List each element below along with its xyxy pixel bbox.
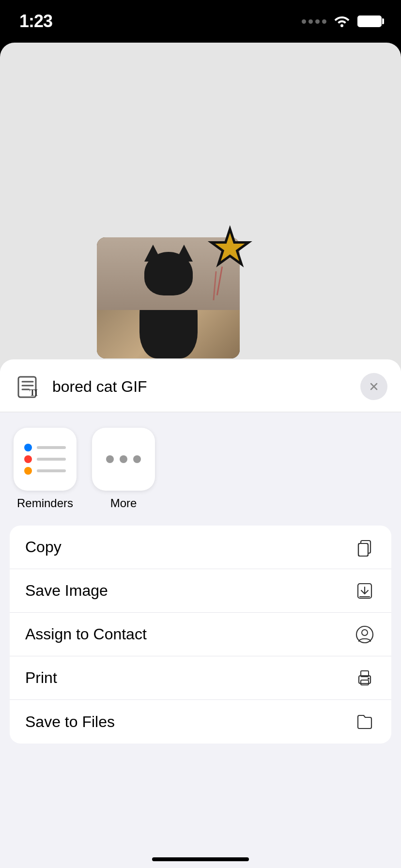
assign-contact-label: Assign to Contact (25, 625, 147, 643)
contact-icon (354, 623, 376, 646)
files-icon (354, 711, 376, 733)
save-image-label: Save Image (25, 582, 108, 600)
image-container: ★ (97, 223, 252, 358)
status-bar: 1:23 (0, 0, 401, 43)
battery-icon (357, 16, 382, 27)
print-icon (354, 667, 376, 689)
print-action[interactable]: Print (10, 656, 391, 700)
status-time: 1:23 (19, 11, 52, 31)
star-icon: ★ (208, 223, 252, 271)
signal-icon (302, 19, 326, 24)
svg-rect-7 (358, 543, 368, 556)
more-icon-box (92, 428, 155, 491)
save-image-action[interactable]: Save Image (10, 569, 391, 613)
reminders-label: Reminders (17, 496, 73, 510)
save-files-label: Save to Files (25, 713, 115, 731)
search-query-text: bored cat GIF (52, 378, 351, 396)
reminders-icon-box (14, 428, 77, 491)
action-list: Copy Save Image (10, 526, 391, 744)
text-format-icon: T I (14, 373, 43, 400)
svg-rect-16 (361, 680, 369, 685)
close-button[interactable] (360, 373, 387, 400)
svg-text:I: I (34, 388, 38, 398)
more-app[interactable]: More (92, 428, 155, 510)
save-files-action[interactable]: Save to Files (10, 700, 391, 744)
home-indicator (152, 857, 249, 861)
print-label: Print (25, 669, 57, 687)
search-bar: T I bored cat GIF (0, 359, 401, 412)
assign-contact-action[interactable]: Assign to Contact (10, 613, 391, 656)
status-icons (302, 14, 382, 29)
svg-point-17 (368, 678, 370, 680)
svg-point-13 (362, 630, 368, 636)
save-image-icon (354, 580, 376, 602)
reminders-app[interactable]: Reminders (14, 428, 77, 510)
copy-action[interactable]: Copy (10, 526, 391, 569)
more-label: More (110, 496, 137, 510)
copy-icon (354, 536, 376, 558)
more-icon (106, 455, 141, 463)
copy-label: Copy (25, 538, 62, 556)
bottom-sheet: T I bored cat GIF (0, 359, 401, 868)
apps-row: Reminders More (0, 412, 401, 526)
reminders-icon (17, 437, 73, 481)
wifi-icon (333, 14, 351, 29)
